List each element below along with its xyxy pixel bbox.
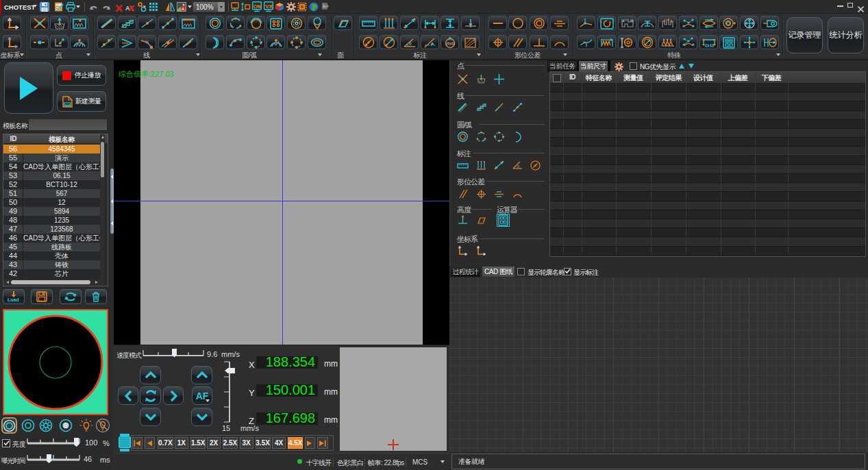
svg-text:θ: θ <box>409 41 412 46</box>
svg-text:OM: OM <box>253 3 262 10</box>
svg-text:å›¾: å›¾ <box>323 4 329 8</box>
svg-text:θ: θ <box>517 164 520 169</box>
svg-text:Load: Load <box>8 297 19 302</box>
svg-text:mm: mm <box>446 40 455 47</box>
svg-text:VX: VX <box>265 3 273 10</box>
svg-text:A: A <box>182 7 184 11</box>
